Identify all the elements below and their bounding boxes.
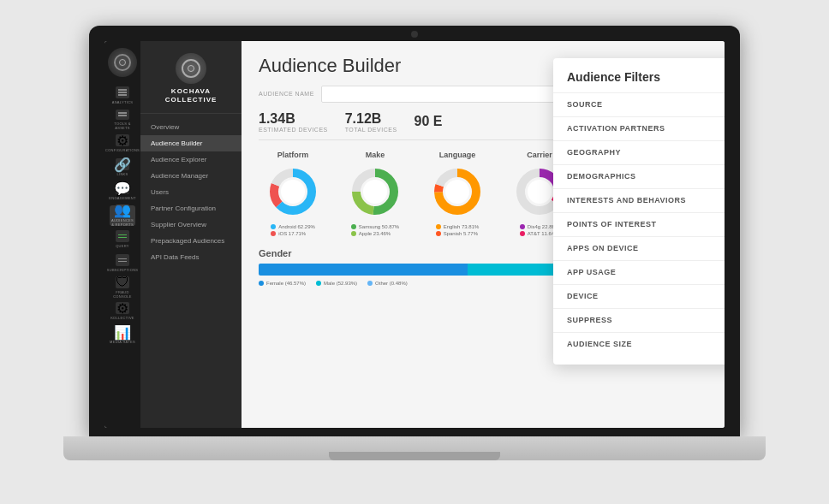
laptop-wrapper: ANALYTICS TOOLS & ASSETS ⚙ CONFIGURATION… xyxy=(63,26,766,479)
legend-ios: iOS 17.71% xyxy=(271,231,315,236)
legend-android-dot xyxy=(271,224,276,229)
legend-female-dot xyxy=(259,281,264,286)
sidebar-item-kollective[interactable]: ⚙ KOLLECTIVE xyxy=(110,301,135,322)
menu-item-overview[interactable]: Overview xyxy=(140,119,242,135)
filter-demographics-label: DEMOGRAPHICS xyxy=(567,172,636,181)
brand-section: KOCHAVA COLLECTIVE xyxy=(140,41,242,115)
filter-apps-on-device[interactable]: APPS ON DEVICE › xyxy=(553,236,725,260)
brand-name: KOCHAVA COLLECTIVE xyxy=(165,87,218,105)
filter-geography-label: GEOGRAPHY xyxy=(567,148,621,157)
sidebar-item-analytics[interactable]: ANALYTICS xyxy=(110,86,135,106)
sidebar-narrow: ANALYTICS TOOLS & ASSETS ⚙ CONFIGURATION… xyxy=(104,41,140,428)
legend-english: English 73.81% xyxy=(436,224,480,229)
legend-ios-dot xyxy=(271,231,276,236)
legend-spanish-dot xyxy=(436,231,441,236)
sidebar-item-subscriptions[interactable]: SUBSCRIPTIONS xyxy=(110,253,135,274)
legend-spanish: Spanish 5.77% xyxy=(436,231,480,236)
filter-app-usage-label: APP USAGE xyxy=(567,268,616,276)
chart-carrier-title: Carrier xyxy=(527,151,552,159)
stat-estimated-value: 1.34B xyxy=(259,111,328,127)
sidebar-wide: KOCHAVA COLLECTIVE Overview Audience Bui… xyxy=(140,41,242,428)
chart-language-legend: English 73.81% Spanish 5.77% xyxy=(436,224,480,236)
sidebar-item-query[interactable]: QUERY xyxy=(110,229,135,250)
legend-male-dot xyxy=(316,281,321,286)
filter-interests-label: INTERESTS AND BEHAVIORS xyxy=(567,196,686,205)
filter-source-label: SOURCE xyxy=(567,100,603,109)
sidebar-item-engagement[interactable]: 💬 ENGAGEMENT xyxy=(110,181,135,202)
menu-item-audience-builder[interactable]: Audience Builder xyxy=(140,135,242,151)
brand-logo xyxy=(176,53,206,84)
legend-android: Android 62.29% xyxy=(271,224,315,229)
filter-poi-label: POINTS OF INTEREST xyxy=(567,220,657,228)
chart-platform-title: Platform xyxy=(277,151,309,159)
stat-third: 90 E xyxy=(414,114,443,129)
chart-platform-legend: Android 62.29% iOS 17.71% xyxy=(271,224,315,236)
filter-poi[interactable]: POINTS OF INTEREST › xyxy=(553,212,725,236)
svg-point-15 xyxy=(528,180,552,204)
stat-total-label: TOTAL DEVICES xyxy=(345,127,397,133)
sidebar-item-audiences[interactable]: 👥 AUDIENCES & REPORTS xyxy=(110,205,135,226)
filter-suppress-label: SUPPRESS xyxy=(567,316,612,324)
audience-name-label: AUDIENCE NAME xyxy=(259,91,314,97)
legend-english-dot xyxy=(436,224,441,229)
screen-bezel: ANALYTICS TOOLS & ASSETS ⚙ CONFIGURATION… xyxy=(89,26,740,436)
menu-item-users[interactable]: Users xyxy=(140,184,242,200)
stat-total-value: 7.12B xyxy=(345,111,397,127)
laptop-base xyxy=(63,436,766,460)
chart-make-donut xyxy=(348,164,403,219)
app-logo-narrow xyxy=(108,48,137,77)
legend-samsung-dot xyxy=(351,224,356,229)
filters-panel: Audience Filters SOURCE › ACTIVATION PAR… xyxy=(553,58,725,365)
legend-other-dot xyxy=(367,281,373,286)
menu-item-prepackaged[interactable]: Prepackaged Audiences xyxy=(140,233,242,249)
sidebar-item-media[interactable]: 📊 MEDIA RATES xyxy=(110,325,135,346)
filter-audience-size-label: AUDIENCE SIZE xyxy=(567,340,632,348)
filters-title: Audience Filters xyxy=(553,70,725,92)
legend-other: Other (0.48%) xyxy=(367,281,408,286)
chart-language-donut xyxy=(430,164,485,219)
menu-item-partner-config[interactable]: Partner Configuration xyxy=(140,200,242,216)
chart-language: Language xyxy=(423,151,492,236)
filter-audience-size[interactable]: AUDIENCE SIZE › xyxy=(553,332,725,356)
legend-apple: Apple 23.46% xyxy=(351,231,399,236)
filter-suppress[interactable]: SUPPRESS › xyxy=(553,308,725,332)
legend-apple-dot xyxy=(351,231,356,236)
chart-language-title: Language xyxy=(439,151,476,159)
filter-demographics[interactable]: DEMOGRAPHICS › xyxy=(553,164,725,188)
stat-estimated-label: ESTIMATED DEVICES xyxy=(259,127,328,133)
filter-device-label: DEVICE xyxy=(567,292,599,300)
screen: ANALYTICS TOOLS & ASSETS ⚙ CONFIGURATION… xyxy=(104,41,725,428)
camera xyxy=(411,31,418,38)
gender-bar-female xyxy=(259,264,468,276)
chart-make-legend: Samsung 50.87% Apple 23.46% xyxy=(351,224,399,236)
chart-make: Make xyxy=(341,151,409,236)
filter-device[interactable]: DEVICE › xyxy=(553,284,725,308)
sidebar-menu: Overview Audience Builder Audience Explo… xyxy=(140,114,242,427)
filter-app-usage[interactable]: APP USAGE › xyxy=(553,260,725,284)
legend-att-dot xyxy=(520,231,525,236)
stat-estimated: 1.34B ESTIMATED DEVICES xyxy=(259,111,328,133)
menu-item-supplier[interactable]: Supplier Overview xyxy=(140,216,242,233)
svg-point-3 xyxy=(281,180,305,204)
filter-geography[interactable]: GEOGRAPHY › xyxy=(553,140,725,164)
chart-make-title: Make xyxy=(366,151,385,159)
menu-item-audience-manager[interactable]: Audience Manager xyxy=(140,168,242,184)
menu-item-api-feeds[interactable]: API Data Feeds xyxy=(140,249,242,265)
stat-third-value: 90 E xyxy=(414,114,443,129)
filter-apps-label: APPS ON DEVICE xyxy=(567,244,639,252)
filter-activation-label: ACTIVATION PARTNERS xyxy=(567,124,665,133)
stat-total: 7.12B TOTAL DEVICES xyxy=(345,111,397,133)
legend-dis4g-dot xyxy=(520,224,525,229)
sidebar-item-tools[interactable]: TOOLS & ASSETS xyxy=(110,110,135,130)
menu-item-audience-explorer[interactable]: Audience Explorer xyxy=(140,151,242,168)
main-content: Audience Builder AUDIENCE NAME Save 1.34… xyxy=(242,41,725,428)
sidebar-item-config[interactable]: ⚙ CONFIGURATIONS xyxy=(110,133,135,154)
legend-samsung: Samsung 50.87% xyxy=(351,224,399,229)
svg-point-7 xyxy=(363,180,387,204)
legend-female: Female (46.57%) xyxy=(259,281,306,286)
sidebar-item-fraud[interactable]: 🛡 FRAUD CONSOLE xyxy=(110,277,135,298)
filter-source[interactable]: SOURCE › xyxy=(553,92,725,116)
sidebar-item-links[interactable]: 🔗 LINKS xyxy=(110,157,135,178)
filter-interests[interactable]: INTERESTS AND BEHAVIORS › xyxy=(553,188,725,212)
filter-activation[interactable]: ACTIVATION PARTNERS › xyxy=(553,116,725,140)
